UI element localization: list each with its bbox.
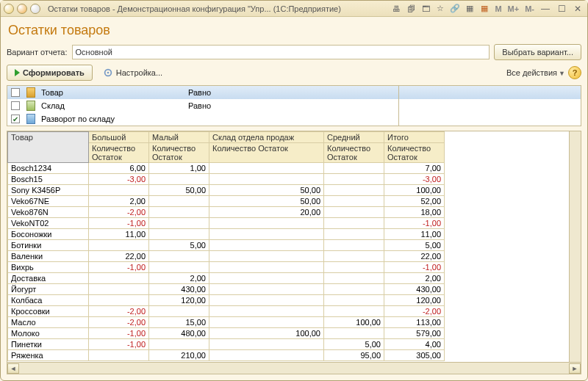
report-area: ТоварБольшойМалыйСклад отдела продажСред… <box>7 131 581 374</box>
cell-value: 2,00 <box>89 196 149 207</box>
row-name: Ботинки <box>8 240 89 251</box>
print-icon[interactable]: 🖶 <box>390 3 402 15</box>
cell-value <box>89 295 149 306</box>
tool-icon[interactable]: 🗔 <box>420 3 431 15</box>
row-name: Veko67NE <box>8 196 89 207</box>
link-icon[interactable]: 🔗 <box>449 3 461 15</box>
cell-value: 5,00 <box>384 240 445 251</box>
column-header[interactable]: Большой <box>89 132 149 143</box>
filter-name: Товар <box>38 87 185 98</box>
table-row[interactable]: VekoNT02-1,00-1,00 <box>8 218 581 229</box>
filter-value[interactable] <box>398 99 581 112</box>
table-row[interactable]: Bosch15-3,00-3,00 <box>8 174 581 185</box>
cell-value <box>324 262 384 273</box>
filter-checkbox[interactable]: ✔ <box>11 115 20 123</box>
table-row[interactable]: Вихрь-1,00-1,00 <box>8 262 581 273</box>
maximize-button[interactable]: ☐ <box>555 4 568 14</box>
calc-icon[interactable]: ▦ <box>464 3 476 15</box>
row-name: Veko876N <box>8 207 89 218</box>
filter-condition: Равно <box>185 87 398 98</box>
cell-value: -2,00 <box>89 207 149 218</box>
cell-value <box>209 251 324 262</box>
all-actions-button[interactable]: Все действия▼ <box>506 68 565 77</box>
calendar-icon[interactable]: ▦ <box>478 3 490 15</box>
table-row[interactable]: Veko67NE2,0050,0052,00 <box>8 196 581 207</box>
table-row[interactable]: Босоножки11,0011,00 <box>8 229 581 240</box>
table-row[interactable]: Валенки22,0022,00 <box>8 251 581 262</box>
column-subheader: Количество Остаток <box>324 143 384 163</box>
cell-value <box>89 350 149 361</box>
form-report-label: Сформировать <box>23 68 85 77</box>
report-table: ТоварБольшойМалыйСклад отдела продажСред… <box>7 131 581 361</box>
cell-value <box>209 218 324 229</box>
help-button[interactable]: ? <box>568 66 581 79</box>
table-row[interactable]: Ботинки5,005,00 <box>8 240 581 251</box>
titlebar-button[interactable] <box>17 4 27 14</box>
form-report-button[interactable]: Сформировать <box>7 65 93 81</box>
mem-plus-button[interactable]: M+ <box>506 4 521 13</box>
cell-value: -1,00 <box>89 339 149 350</box>
scroll-right-button[interactable]: ► <box>569 363 581 374</box>
row-name: Ряженка <box>8 350 89 361</box>
table-row[interactable]: Veko876N-2,0020,0018,00 <box>8 207 581 218</box>
cell-value <box>209 306 324 317</box>
column-header[interactable]: Склад отдела продаж <box>209 132 324 143</box>
column-header[interactable]: Малый <box>149 132 209 143</box>
vertical-scrollbar[interactable] <box>569 131 581 362</box>
cell-value: -2,00 <box>89 306 149 317</box>
table-row[interactable]: Bosch12346,001,007,00 <box>8 163 581 174</box>
table-row[interactable]: Колбаса120,00120,00 <box>8 295 581 306</box>
column-header[interactable]: Итого <box>384 132 445 143</box>
column-header-tovar[interactable]: Товар <box>8 132 89 163</box>
cell-value <box>209 262 324 273</box>
cell-value: -3,00 <box>384 174 445 185</box>
filter-name: Разворот по складу <box>38 114 185 124</box>
filter-row[interactable]: ТоварРавно <box>7 86 581 99</box>
filter-value[interactable] <box>398 86 581 99</box>
mem-minus-button[interactable]: M- <box>523 4 536 13</box>
select-variant-label: Выбрать вариант... <box>502 48 573 57</box>
filter-row[interactable]: ✔Разворот по складу <box>7 112 581 126</box>
cell-value: 20,00 <box>209 207 324 218</box>
settings-label: Настройка... <box>116 68 162 77</box>
settings-button[interactable]: Настройка... <box>96 65 170 81</box>
close-button[interactable]: ✕ <box>571 4 584 14</box>
variant-input[interactable] <box>72 45 490 59</box>
filter-row[interactable]: СкладРавно <box>7 99 581 112</box>
titlebar-button[interactable] <box>30 4 40 14</box>
cell-value <box>209 174 324 185</box>
tool-icon[interactable]: 🗐 <box>405 3 417 15</box>
cell-value: 100,00 <box>384 185 445 196</box>
column-subheader: Количество Остаток <box>89 143 149 163</box>
star-icon[interactable]: ☆ <box>434 3 446 15</box>
scroll-left-button[interactable]: ◄ <box>7 363 19 374</box>
cell-value: 11,00 <box>384 229 445 240</box>
row-name: Колбаса <box>8 295 89 306</box>
row-name: Молоко <box>8 328 89 339</box>
filter-checkbox[interactable] <box>11 101 20 110</box>
cell-value: 50,00 <box>209 196 324 207</box>
cell-value <box>149 251 209 262</box>
cell-value <box>209 163 324 174</box>
table-row[interactable]: Доставка2,002,00 <box>8 273 581 284</box>
cell-value: 4,00 <box>384 339 445 350</box>
cell-value <box>324 240 384 251</box>
filter-value[interactable] <box>398 112 581 126</box>
table-row[interactable]: Ряженка210,0095,00305,00 <box>8 350 581 361</box>
cell-value: 50,00 <box>209 185 324 196</box>
select-variant-button[interactable]: Выбрать вариант... <box>494 44 581 60</box>
table-row[interactable]: Пинетки-1,005,004,00 <box>8 339 581 350</box>
cell-value <box>89 240 149 251</box>
cell-value <box>209 284 324 295</box>
table-row[interactable]: Масло-2,0015,00100,00113,00 <box>8 317 581 328</box>
table-row[interactable]: Кроссовки-2,00-2,00 <box>8 306 581 317</box>
filter-checkbox[interactable] <box>11 88 20 97</box>
cell-value <box>324 229 384 240</box>
mem-button[interactable]: M <box>493 4 503 13</box>
horizontal-scrollbar[interactable]: ◄ ► <box>7 362 581 374</box>
column-header[interactable]: Средний <box>324 132 384 143</box>
minimize-button[interactable]: — <box>539 4 552 14</box>
table-row[interactable]: Sony K3456P50,0050,00100,00 <box>8 185 581 196</box>
table-row[interactable]: Йогурт430,00430,00 <box>8 284 581 295</box>
table-row[interactable]: Молоко-1,00480,00100,00579,00 <box>8 328 581 339</box>
